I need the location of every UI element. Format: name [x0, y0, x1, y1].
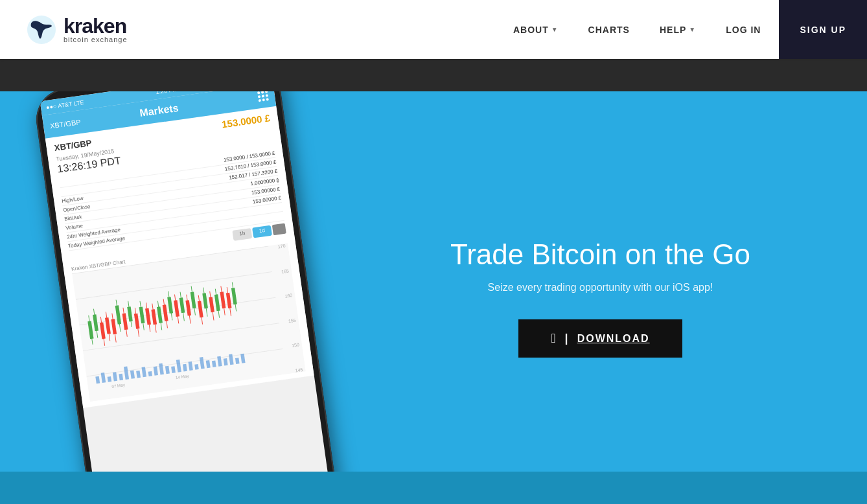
svg-rect-66 — [163, 304, 168, 321]
phone-pair: XBT/GBP — [54, 138, 92, 153]
dot2 — [261, 91, 264, 94]
apple-icon:  — [551, 331, 557, 346]
help-dropdown-arrow: ▼ — [689, 26, 696, 33]
svg-rect-26 — [240, 354, 245, 363]
dot8 — [262, 98, 266, 102]
svg-rect-15 — [176, 360, 181, 372]
phone-nav-left: XBT/GBP — [49, 118, 81, 130]
nav-login[interactable]: LOG IN — [714, 19, 772, 40]
status-carrier: ●●○ AT&T LTE — [45, 99, 84, 111]
svg-rect-1 — [95, 376, 100, 384]
svg-rect-18 — [194, 364, 199, 370]
status-time: 1:26 PM — [156, 91, 178, 95]
svg-rect-62 — [145, 308, 151, 325]
svg-rect-72 — [198, 301, 203, 317]
nav-charts[interactable]: CHARTS — [577, 19, 642, 40]
svg-rect-12 — [159, 363, 164, 375]
svg-rect-16 — [183, 364, 187, 372]
dot1 — [257, 91, 260, 95]
hero-title: Trade Bitcoin on the Go — [450, 238, 750, 272]
phone-mockup: ●●○ AT&T LTE 1:26 PM ◻ 92% XBT/GBP Marke… — [32, 91, 369, 504]
dot6 — [266, 94, 269, 97]
dot4 — [258, 95, 261, 98]
svg-rect-8 — [136, 371, 141, 378]
svg-rect-70 — [185, 300, 191, 315]
svg-rect-76 — [220, 292, 225, 308]
download-separator: | — [565, 332, 570, 345]
svg-rect-14 — [171, 366, 176, 373]
svg-rect-74 — [209, 297, 214, 312]
main-nav: ABOUT ▼ CHARTS HELP ▼ LOG IN SIGN UP — [502, 0, 841, 59]
svg-rect-60 — [134, 314, 140, 329]
svg-rect-19 — [200, 357, 205, 369]
bottom-blue-band — [0, 472, 867, 504]
svg-rect-32 — [115, 305, 121, 324]
nav-help[interactable]: HELP ▼ — [648, 19, 708, 40]
svg-rect-54 — [105, 317, 111, 334]
svg-rect-13 — [165, 366, 170, 374]
dot5 — [262, 95, 265, 98]
svg-rect-52 — [100, 322, 106, 339]
svg-rect-17 — [189, 361, 193, 371]
svg-rect-64 — [151, 309, 157, 325]
svg-rect-46 — [202, 293, 208, 308]
svg-rect-23 — [224, 358, 228, 366]
phone-content: XBT/GBP 153.0000 £ Tuesday, 19/May/2015 … — [45, 106, 314, 408]
svg-rect-68 — [174, 300, 179, 317]
svg-text:14 May: 14 May — [176, 373, 190, 380]
phone-nav-title: Markets — [139, 102, 179, 119]
logo-sub: bitcoin exchange — [64, 36, 128, 43]
svg-rect-50 — [231, 288, 237, 304]
svg-rect-4 — [113, 372, 117, 381]
candlestick-chart: 07 May 14 May — [72, 247, 275, 396]
svg-rect-21 — [212, 360, 216, 367]
download-label: DOWNLOAD — [577, 333, 650, 345]
phone-nav-right — [257, 91, 269, 102]
tab-1d[interactable]: 1d — [252, 225, 272, 238]
hero-section: ●●○ AT&T LTE 1:26 PM ◻ 92% XBT/GBP Marke… — [0, 91, 867, 504]
svg-rect-28 — [87, 321, 93, 339]
hero-subtitle: Seize every trading opportunity with our… — [450, 282, 750, 293]
header: kraken bitcoin exchange ABOUT ▼ CHARTS H… — [0, 0, 867, 59]
svg-rect-48 — [214, 294, 220, 311]
hero-text-area: Trade Bitcoin on the Go Seize every trad… — [450, 238, 750, 358]
phone-outer: ●●○ AT&T LTE 1:26 PM ◻ 92% XBT/GBP Marke… — [32, 91, 341, 504]
svg-rect-2 — [101, 372, 106, 383]
logo-text: kraken bitcoin exchange — [64, 16, 128, 43]
svg-rect-34 — [127, 306, 133, 321]
svg-rect-25 — [235, 358, 240, 364]
svg-rect-36 — [139, 306, 145, 323]
svg-rect-22 — [217, 356, 222, 367]
svg-rect-56 — [111, 319, 117, 334]
tab-icon — [272, 223, 286, 236]
dot9 — [266, 98, 269, 101]
svg-rect-10 — [148, 371, 152, 376]
phone-screen: ●●○ AT&T LTE 1:26 PM ◻ 92% XBT/GBP Marke… — [40, 91, 334, 504]
svg-rect-6 — [124, 367, 129, 380]
svg-rect-5 — [119, 374, 123, 381]
svg-rect-3 — [108, 376, 112, 382]
svg-text:07 May: 07 May — [111, 382, 126, 389]
dark-band — [0, 59, 867, 91]
nav-about[interactable]: ABOUT ▼ — [502, 19, 570, 40]
svg-rect-44 — [191, 292, 196, 308]
svg-rect-38 — [157, 306, 163, 323]
svg-rect-24 — [229, 354, 234, 365]
dot7 — [259, 99, 262, 102]
logo-brand: kraken — [64, 16, 128, 36]
svg-rect-78 — [226, 293, 232, 308]
download-button[interactable]:  | DOWNLOAD — [518, 319, 682, 358]
dot3 — [265, 91, 268, 93]
svg-rect-40 — [167, 297, 173, 314]
logo-area[interactable]: kraken bitcoin exchange — [26, 14, 128, 45]
svg-rect-9 — [141, 367, 146, 377]
about-dropdown-arrow: ▼ — [551, 26, 559, 33]
svg-rect-7 — [130, 370, 135, 378]
svg-rect-58 — [122, 313, 128, 330]
svg-rect-30 — [93, 314, 98, 331]
signup-button[interactable]: SIGN UP — [779, 0, 867, 59]
chart-y-labels: 170 165 160 155 150 145 — [277, 244, 303, 373]
kraken-logo-icon — [26, 14, 57, 45]
tab-1h[interactable]: 1h — [233, 228, 253, 241]
svg-rect-11 — [154, 366, 158, 375]
